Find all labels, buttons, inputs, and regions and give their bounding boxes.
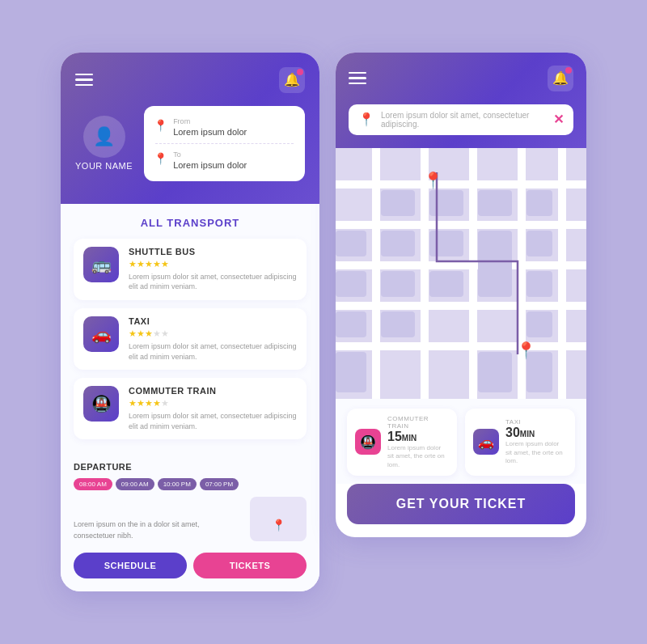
taxi-stars: ★★★★★ (129, 328, 297, 339)
profile-row: 👤 YOUR NAME 📍 From Lorem ipsum dolor (75, 106, 305, 181)
train-card-unit: MIN (402, 434, 417, 443)
taxi-info: TAXI ★★★★★ Lorem ipsum dolor sit amet, c… (129, 316, 297, 362)
to-route-item: 📍 To Lorem ipsum dolor (155, 143, 294, 173)
train-desc: Lorem ipsum dolor sit amet, consectetuer… (129, 411, 297, 431)
tickets-button[interactable]: TICKETS (193, 553, 307, 578)
taxi-card-label: TAXI (505, 418, 567, 426)
right-menu-icon[interactable] (349, 72, 366, 85)
user-name: YOUR NAME (75, 161, 133, 171)
taxi-card-icon: 🚗 (478, 434, 494, 450)
transport-section-title: ALL TRANSPORT (74, 217, 307, 229)
departure-title: DEPARTURE (74, 462, 307, 472)
right-notification-icon[interactable]: 🔔 (548, 66, 573, 91)
search-text: Lorem ipsum dolor sit amet, consectetuer… (381, 111, 547, 129)
taxi-card[interactable]: 🚗 TAXI 30MIN Lorem ipsum dolor sit amet,… (465, 409, 575, 476)
train-name: COMMUTER TRAIN (129, 386, 297, 396)
time-pills: 08:00 AM 09:00 AM 10:00 PM 07:00 PM (74, 478, 307, 490)
train-icon-box: 🚇 (83, 386, 119, 422)
taxi-card-info: TAXI 30MIN Lorem ipsum dolor sit amet, t… (505, 418, 567, 465)
train-card-time: 15 (387, 430, 402, 443)
map-origin-pin: 📍 (423, 171, 443, 190)
bottom-buttons: SCHEDULE TICKETS (61, 553, 319, 591)
right-header: 🔔 📍 Lorem ipsum dolor sit amet, consecte… (336, 53, 586, 148)
taxi-name: TAXI (129, 316, 297, 326)
departure-text: Lorem ipsum on the in a dolor sit amet, … (74, 519, 242, 541)
transport-bottom-cards: 🚇 COMMUTER TRAIN 15MIN Lorem ipsum dolor… (336, 399, 586, 484)
shuttle-info: SHUTTLE BUS ★★★★★ Lorem ipsum dolor sit … (129, 247, 297, 292)
from-pin-icon: 📍 (155, 119, 165, 132)
mini-map-pin-icon: 📍 (272, 519, 285, 532)
header-top-row: 🔔 (75, 67, 305, 93)
to-label: To (173, 150, 247, 159)
train-card-icon-box: 🚇 (355, 429, 381, 455)
from-value: Lorem ipsum dolor (173, 127, 247, 137)
map-area: 📍 📍 (336, 148, 586, 399)
train-card-info: COMMUTER TRAIN 15MIN Lorem ipsum dolor s… (387, 415, 449, 469)
shuttle-name: SHUTTLE BUS (129, 247, 297, 256)
taxi-icon-box: 🚗 (83, 316, 119, 352)
transport-item-shuttle[interactable]: 🚌 SHUTTLE BUS ★★★★★ Lorem ipsum dolor si… (74, 239, 307, 300)
route-svg (336, 148, 586, 399)
time-pill-3[interactable]: 10:00 PM (158, 478, 197, 490)
transport-item-taxi[interactable]: 🚗 TAXI ★★★★★ Lorem ipsum dolor sit amet,… (74, 308, 307, 370)
time-pill-2[interactable]: 09:00 AM (116, 478, 154, 490)
shuttle-stars: ★★★★★ (129, 259, 297, 269)
train-card-icon: 🚇 (360, 434, 376, 450)
to-pin-icon: 📍 (155, 152, 165, 165)
train-card-desc: Lorem ipsum dolor sit amet, the orte on … (387, 444, 449, 469)
time-pill-4[interactable]: 07:00 PM (200, 478, 239, 490)
route-box: 📍 From Lorem ipsum dolor 📍 To (144, 106, 305, 181)
train-icon: 🚇 (91, 394, 112, 413)
train-card-label: COMMUTER TRAIN (387, 415, 449, 430)
from-route-item: 📍 From Lorem ipsum dolor (155, 114, 294, 140)
train-info: COMMUTER TRAIN ★★★★★ Lorem ipsum dolor s… (129, 386, 297, 431)
transport-section: ALL TRANSPORT 🚌 SHUTTLE BUS ★★★★★ Lorem … (61, 204, 319, 455)
departure-row: Lorem ipsum on the in a dolor sit amet, … (74, 497, 307, 541)
taxi-card-time: 30 (505, 426, 520, 439)
from-label: From (173, 117, 247, 125)
search-pin-icon: 📍 (358, 112, 374, 127)
avatar: 👤 (83, 116, 125, 158)
menu-icon[interactable] (75, 74, 93, 87)
to-value: Lorem ipsum dolor (173, 160, 247, 170)
taxi-card-desc: Lorem ipsum dolor sit amet, the orte on … (505, 440, 567, 465)
commuter-train-card[interactable]: 🚇 COMMUTER TRAIN 15MIN Lorem ipsum dolor… (347, 409, 457, 476)
shuttle-desc: Lorem ipsum dolor sit amet, consectetuer… (129, 272, 297, 292)
taxi-desc: Lorem ipsum dolor sit amet, consectetuer… (129, 341, 297, 362)
map-destination-pin: 📍 (516, 341, 536, 360)
taxi-card-icon-box: 🚗 (473, 429, 499, 455)
schedule-button[interactable]: SCHEDULE (74, 553, 187, 578)
right-phone-card: 🔔 📍 Lorem ipsum dolor sit amet, consecte… (336, 53, 586, 537)
notification-icon[interactable]: 🔔 (279, 67, 305, 93)
mini-map: 📍 (250, 497, 307, 541)
taxi-icon: 🚗 (91, 324, 112, 344)
get-ticket-button[interactable]: GET YOUR TICKET (347, 484, 575, 524)
time-pill-1[interactable]: 08:00 AM (74, 478, 112, 490)
close-icon[interactable]: ✕ (553, 112, 564, 127)
left-header: 🔔 👤 YOUR NAME 📍 From (61, 53, 319, 204)
search-bar[interactable]: 📍 Lorem ipsum dolor sit amet, consectetu… (349, 104, 573, 135)
taxi-card-unit: MIN (520, 430, 535, 439)
bus-icon: 🚌 (91, 255, 112, 274)
departure-section: DEPARTURE 08:00 AM 09:00 AM 10:00 PM 07:… (61, 454, 319, 553)
train-stars: ★★★★★ (129, 398, 297, 409)
shuttle-icon-box: 🚌 (83, 247, 119, 282)
right-header-top: 🔔 (349, 66, 573, 91)
left-phone-card: 🔔 👤 YOUR NAME 📍 From (61, 53, 319, 592)
transport-item-train[interactable]: 🚇 COMMUTER TRAIN ★★★★★ Lorem ipsum dolor… (74, 378, 307, 439)
